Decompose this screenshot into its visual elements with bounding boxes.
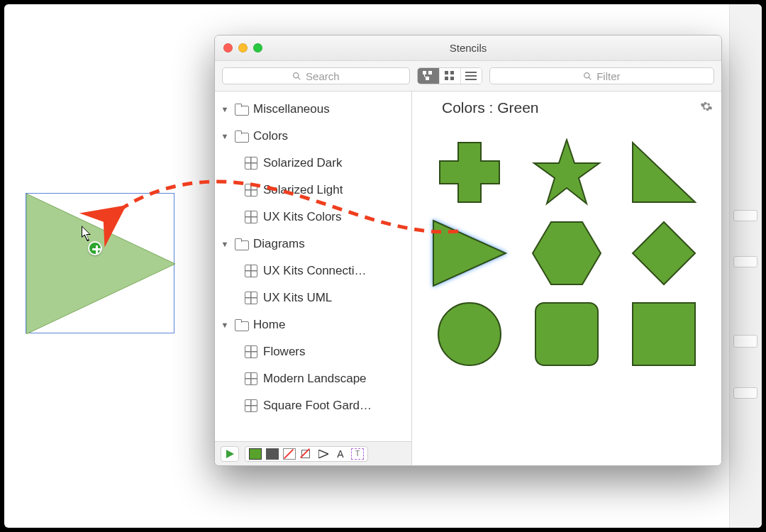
svg-rect-8 xyxy=(445,71,448,74)
svg-point-15 xyxy=(584,72,589,77)
gallery-title: Colors : Green xyxy=(442,99,539,116)
svg-marker-23 xyxy=(633,222,695,284)
svg-marker-0 xyxy=(26,194,175,334)
shape-diamond[interactable] xyxy=(630,219,698,287)
shape-square[interactable] xyxy=(630,300,698,368)
tree-label: Home xyxy=(253,318,285,332)
tree-item[interactable]: Solarized Light xyxy=(215,177,411,204)
svg-marker-21 xyxy=(433,221,506,286)
inspector-strip xyxy=(729,4,762,528)
window-title: Stencils xyxy=(215,42,721,54)
tool-play-button[interactable] xyxy=(221,446,239,462)
svg-line-4 xyxy=(298,77,300,79)
tree-label: Colors xyxy=(253,129,288,143)
toolbar: Search Filter xyxy=(215,61,721,92)
svg-marker-17 xyxy=(226,450,234,458)
gallery: Colors : Green xyxy=(412,92,721,465)
disclosure-triangle-icon[interactable]: ▼ xyxy=(221,132,229,140)
tree-folder-miscellaneous[interactable]: ▼ Miscellaneous xyxy=(215,96,411,123)
gear-icon[interactable] xyxy=(700,100,713,116)
tree-label: UX Kits Connecti… xyxy=(263,264,367,278)
filter-input[interactable]: Filter xyxy=(489,67,714,84)
view-mode-grid-button[interactable] xyxy=(439,68,460,84)
view-mode-list-button[interactable] xyxy=(460,68,482,84)
svg-rect-11 xyxy=(450,77,454,80)
svg-line-16 xyxy=(589,77,591,79)
shapes-grid xyxy=(412,124,721,465)
tool-triangle-outline[interactable] xyxy=(317,448,330,460)
search-icon xyxy=(583,72,592,81)
tree-label: Diagrams xyxy=(253,237,305,251)
sidebar: ▼ Miscellaneous ▼ Colors Solarized Dark xyxy=(215,92,412,465)
svg-marker-22 xyxy=(533,222,601,284)
tool-no-stroke[interactable] xyxy=(300,448,313,460)
window-minimize-button[interactable] xyxy=(238,43,248,52)
folder-icon xyxy=(235,320,248,331)
tree-item[interactable]: Flowers xyxy=(215,338,411,365)
tree-label: UX Kits UML xyxy=(263,291,332,305)
tree-label: Modern Landscape xyxy=(263,372,367,386)
tree-label: Square Foot Gard… xyxy=(263,399,372,413)
inspector-ghost xyxy=(733,335,757,348)
stencil-icon xyxy=(245,372,257,385)
tree-item[interactable]: UX Kits Colors xyxy=(215,204,411,231)
svg-rect-25 xyxy=(535,303,598,365)
tool-line-style[interactable] xyxy=(266,448,279,460)
tree-label: Flowers xyxy=(263,345,306,359)
bottom-toolbar: A T xyxy=(215,441,411,465)
disclosure-triangle-icon[interactable]: ▼ xyxy=(221,240,229,248)
stencil-icon xyxy=(245,211,257,223)
tool-fill-swatch[interactable] xyxy=(249,448,262,460)
stencil-icon xyxy=(245,345,257,358)
svg-rect-7 xyxy=(426,77,429,80)
canvas-drop-target[interactable] xyxy=(26,193,174,333)
svg-rect-6 xyxy=(428,71,432,74)
shape-plus[interactable] xyxy=(437,140,502,205)
svg-marker-20 xyxy=(633,143,695,202)
svg-marker-19 xyxy=(534,140,599,204)
svg-point-3 xyxy=(294,72,299,77)
svg-point-24 xyxy=(438,303,501,365)
stencil-icon xyxy=(245,157,257,170)
tool-style-group: A T xyxy=(245,446,368,462)
svg-rect-26 xyxy=(633,303,695,365)
titlebar[interactable]: Stencils xyxy=(215,35,721,61)
inspector-ghost xyxy=(733,387,757,399)
tree-item[interactable]: Modern Landscape xyxy=(215,365,411,392)
shape-circle[interactable] xyxy=(435,300,504,368)
disclosure-triangle-icon[interactable]: ▼ xyxy=(221,321,229,329)
shape-right-triangle[interactable] xyxy=(630,140,698,205)
tree-item[interactable]: Square Foot Gard… xyxy=(215,392,411,419)
copy-plus-badge-icon xyxy=(88,241,102,255)
shape-play-triangle[interactable] xyxy=(431,218,509,289)
tree-item[interactable]: UX Kits Connecti… xyxy=(215,257,411,284)
svg-rect-5 xyxy=(423,71,426,74)
shape-star[interactable] xyxy=(531,138,602,206)
folder-icon xyxy=(235,131,248,142)
tool-no-fill[interactable] xyxy=(283,448,296,460)
tree-folder-home[interactable]: ▼ Home xyxy=(215,311,411,338)
inspector-ghost xyxy=(733,256,757,267)
shape-hexagon[interactable] xyxy=(530,219,604,287)
stencil-icon xyxy=(245,184,257,196)
drop-shape-preview xyxy=(26,194,175,334)
inspector-ghost xyxy=(733,210,757,221)
tree-label: Solarized Dark xyxy=(263,156,343,170)
tree-folder-diagrams[interactable]: ▼ Diagrams xyxy=(215,231,411,257)
svg-rect-10 xyxy=(445,77,448,80)
tree-folder-colors[interactable]: ▼ Colors xyxy=(215,123,411,150)
tree-item[interactable]: Solarized Dark xyxy=(215,150,411,177)
tree-label: Miscellaneous xyxy=(253,102,330,116)
stencil-tree[interactable]: ▼ Miscellaneous ▼ Colors Solarized Dark xyxy=(215,92,411,441)
window-close-button[interactable] xyxy=(223,43,233,52)
tree-item[interactable]: UX Kits UML xyxy=(215,284,411,311)
stencil-icon xyxy=(421,101,435,115)
view-mode-tree-button[interactable] xyxy=(418,68,439,84)
tool-text-box[interactable]: T xyxy=(351,448,364,460)
shape-rounded-square[interactable] xyxy=(533,300,601,368)
disclosure-triangle-icon[interactable]: ▼ xyxy=(221,105,229,113)
search-input[interactable]: Search xyxy=(222,67,410,84)
tree-label: UX Kits Colors xyxy=(263,210,342,224)
tool-text-a[interactable]: A xyxy=(334,448,347,460)
window-zoom-button[interactable] xyxy=(253,43,262,52)
